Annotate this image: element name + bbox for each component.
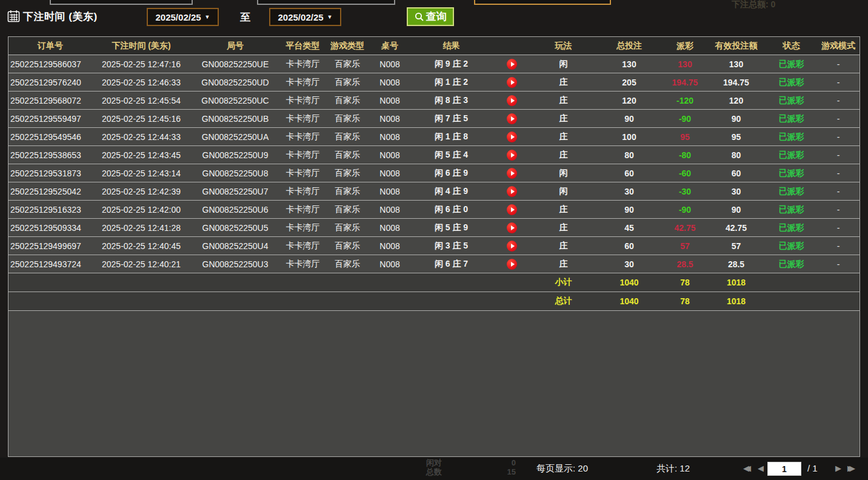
cell-payout: -120	[663, 92, 707, 109]
cell-payout: 130	[663, 55, 707, 73]
chevron-down-icon: ▼	[327, 14, 333, 20]
cell-replay	[492, 55, 532, 73]
cell-bet_on: 庄	[532, 92, 595, 109]
column-header: 下注时间 (美东)	[92, 37, 190, 55]
cell-mode: -	[817, 237, 860, 255]
cell-mode: -	[817, 110, 860, 127]
cell-result: 闲 1 庄 8	[410, 128, 492, 145]
cell-total_bet: 90	[595, 201, 663, 218]
last-page-icon[interactable]: ▶▶	[847, 464, 855, 473]
table-row: 2502251294996972025-02-25 12:40:45GN0082…	[8, 237, 860, 255]
cutoff-input-box-3[interactable]	[474, 0, 611, 5]
cell-table: N008	[369, 164, 410, 182]
cell-round: GN008252250U3	[190, 255, 280, 273]
cell-mode: -	[817, 55, 860, 73]
column-header: 桌号	[369, 37, 410, 55]
query-button-label: 查询	[426, 10, 447, 24]
cell-order: 250225129538653	[8, 146, 92, 164]
play-icon[interactable]	[507, 132, 517, 142]
cell-total_bet: 30	[595, 255, 663, 273]
faint-background-stats: 闲对0 总数15	[426, 458, 516, 476]
next-page-icon[interactable]: ▶	[835, 464, 841, 473]
cell-round: GN008252250UC	[190, 92, 280, 109]
cell-bet_on: 庄	[532, 219, 595, 236]
cell-mode: -	[817, 182, 860, 200]
cell-status: 已派彩	[766, 110, 817, 127]
cell-status: 已派彩	[766, 73, 817, 91]
play-icon[interactable]	[507, 204, 517, 215]
cell-valid_bet: 90	[707, 110, 766, 127]
cell-valid_bet: 95	[707, 128, 766, 145]
cell-order: 250225129568072	[8, 92, 92, 109]
cell-result: 闲 5 庄 4	[410, 146, 492, 164]
cell-mode: -	[817, 164, 860, 182]
play-icon[interactable]	[507, 168, 517, 179]
cell-status: 已派彩	[766, 237, 817, 255]
date-to-value: 2025/02/25	[278, 12, 324, 22]
cell-game: 百家乐	[326, 110, 369, 127]
cell-platform: 卡卡湾厅	[280, 73, 326, 91]
cell-valid_bet: 130	[707, 55, 766, 73]
cell-time: 2025-02-25 12:41:28	[92, 219, 190, 236]
table-row: 2502251295680722025-02-25 12:45:54GN0082…	[8, 92, 860, 110]
bet-records-table: 订单号下注时间 (美东)局号平台类型游戏类型桌号结果玩法总投注派彩有效投注额状态…	[8, 36, 860, 457]
calendar-icon	[7, 10, 20, 22]
cell-total_bet: 80	[595, 146, 663, 164]
cell-platform: 卡卡湾厅	[280, 110, 326, 127]
page-number-input[interactable]	[767, 462, 801, 476]
play-icon[interactable]	[507, 59, 517, 70]
cell-result: 闲 5 庄 9	[410, 219, 492, 236]
prev-page-icon[interactable]: ◀	[758, 464, 764, 473]
date-from-select[interactable]: 2025/02/25 ▼	[147, 8, 219, 26]
query-button[interactable]: 查询	[407, 7, 454, 26]
cell-result: 闲 3 庄 5	[410, 237, 492, 255]
play-icon[interactable]	[507, 77, 517, 88]
cell-game: 百家乐	[326, 237, 369, 255]
cell-total_bet: 60	[595, 164, 663, 182]
date-to-select[interactable]: 2025/02/25 ▼	[269, 8, 341, 26]
cell-table: N008	[369, 255, 410, 273]
cell-platform: 卡卡湾厅	[280, 255, 326, 273]
play-icon[interactable]	[507, 241, 517, 252]
cell-round: GN008252250U4	[190, 237, 280, 255]
play-icon[interactable]	[507, 113, 517, 124]
play-icon[interactable]	[507, 222, 517, 233]
cell-platform: 卡卡湾厅	[280, 128, 326, 145]
cell-payout: -80	[663, 146, 707, 164]
column-header: 游戏类型	[326, 37, 369, 55]
cell-time: 2025-02-25 12:44:33	[92, 128, 190, 145]
play-icon[interactable]	[507, 95, 517, 106]
column-header: 玩法	[532, 37, 595, 55]
play-icon[interactable]	[507, 259, 517, 270]
play-icon[interactable]	[507, 150, 517, 161]
cell-mode: -	[817, 255, 860, 273]
cell-platform: 卡卡湾厅	[280, 201, 326, 218]
cell-bet_on: 庄	[532, 201, 595, 218]
cell-game: 百家乐	[326, 182, 369, 200]
cell-order: 250225129586037	[8, 55, 92, 73]
cell-replay	[492, 237, 532, 255]
cutoff-input-box-1[interactable]	[50, 0, 193, 5]
cell-platform: 卡卡湾厅	[280, 164, 326, 182]
cell-valid_bet: 120	[707, 92, 766, 109]
cell-table: N008	[369, 73, 410, 91]
cell-result: 闲 7 庄 5	[410, 110, 492, 127]
cell-round: GN008252250U5	[190, 219, 280, 236]
cell-mode: -	[817, 146, 860, 164]
cell-table: N008	[369, 146, 410, 164]
cell-table: N008	[369, 110, 410, 127]
cell-bet_on: 闲	[532, 55, 595, 73]
cell-total_bet: 205	[595, 73, 663, 91]
cutoff-input-box-2[interactable]	[257, 0, 395, 5]
cell-round: GN008252250U6	[190, 201, 280, 218]
table-row: 2502251295762402025-02-25 12:46:33GN0082…	[8, 73, 860, 92]
cell-status: 已派彩	[766, 255, 817, 273]
first-page-icon[interactable]: ◀◀	[743, 464, 751, 473]
cell-total_bet: 90	[595, 110, 663, 127]
cell-result: 闲 8 庄 3	[410, 92, 492, 109]
cell-payout: 57	[663, 237, 707, 255]
cell-status: 已派彩	[766, 182, 817, 200]
subtotal-total-bet: 1040	[595, 273, 663, 292]
cell-status: 已派彩	[766, 128, 817, 145]
play-icon[interactable]	[507, 186, 517, 197]
